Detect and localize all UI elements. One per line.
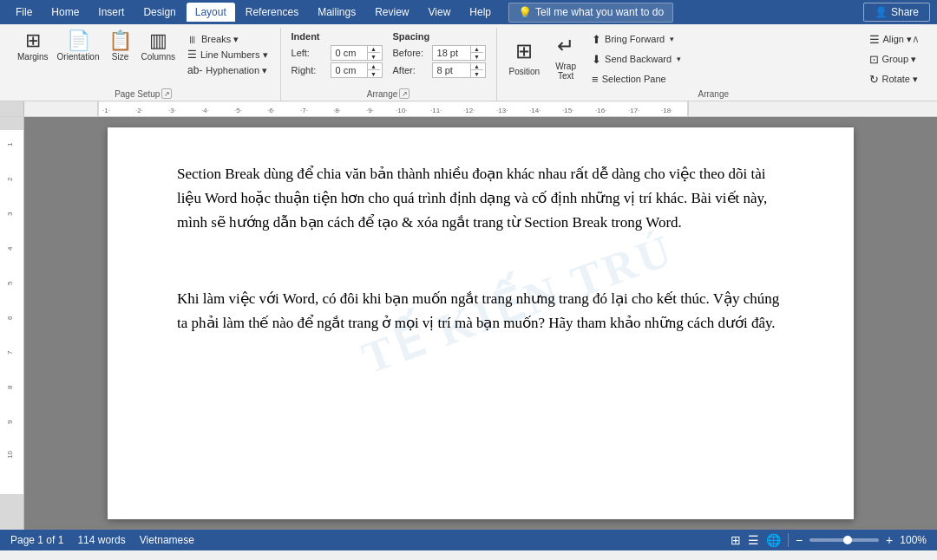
menu-review[interactable]: Review <box>366 3 417 22</box>
svg-text:·7·: ·7· <box>300 107 308 114</box>
svg-text:1: 1 <box>6 142 14 147</box>
tell-me-box[interactable]: 💡 Tell me what you want to do <box>508 3 673 23</box>
line-numbers-icon: ☰ <box>187 49 197 61</box>
arrange-label: Arrange <box>698 89 729 99</box>
spacing-after-input[interactable]: 8 pt ▲ ▼ <box>432 62 486 78</box>
ribbon-collapse-button[interactable]: ∧ <box>912 33 920 45</box>
lightbulb-icon: 💡 <box>518 6 532 19</box>
indent-left-down[interactable]: ▼ <box>368 53 380 61</box>
menu-references[interactable]: References <box>237 3 307 22</box>
svg-text:·3·: ·3· <box>168 107 176 114</box>
menu-mailings[interactable]: Mailings <box>309 3 364 22</box>
menu-layout[interactable]: Layout <box>187 3 235 22</box>
page-number: Page 1 of 1 <box>10 534 63 546</box>
spacing-after-label: After: <box>393 65 429 75</box>
line-numbers-button[interactable]: ☰ Line Numbers ▾ <box>182 47 273 62</box>
indent-left-input[interactable]: 0 cm ▲ ▼ <box>331 45 383 61</box>
bring-forward-button[interactable]: ⬆ Bring Forward ▾ <box>586 29 860 49</box>
hyphenation-icon: ab- <box>187 64 202 76</box>
indent-left-up[interactable]: ▲ <box>368 45 380 53</box>
ruler: ·1· ·2· ·3· ·4· ·5· ·6· ·7· ·8· ·9· ·10·… <box>0 101 937 117</box>
share-button[interactable]: 👤 Share <box>863 3 930 22</box>
word-count: 114 words <box>77 534 125 546</box>
spacing-label: Spacing <box>393 31 486 42</box>
svg-text:10: 10 <box>6 451 14 459</box>
ribbon-group-paragraph: Indent Left: 0 cm ▲ ▼ Right: <box>281 28 497 101</box>
spacing-after-up[interactable]: ▲ <box>471 62 483 70</box>
send-backward-button[interactable]: ⬇ Send Backward ▾ <box>586 49 860 68</box>
spacing-before-down[interactable]: ▼ <box>471 53 483 61</box>
orientation-button[interactable]: 📄 Orientation <box>54 29 103 63</box>
menu-bar: File Home Insert Design Layout Reference… <box>0 0 937 24</box>
menu-help[interactable]: Help <box>461 3 500 22</box>
status-right: ⊞ ☰ 🌐 − + 100% <box>731 533 927 547</box>
align-icon: ☰ <box>869 33 880 46</box>
zoom-out-icon[interactable]: − <box>796 533 803 547</box>
paragraph-gap <box>177 235 784 287</box>
indent-right-label: Right: <box>292 65 328 75</box>
zoom-slider[interactable] <box>809 538 879 542</box>
indent-right-up[interactable]: ▲ <box>368 62 380 70</box>
paragraph1-text: Section Break dùng để chia văn bản thành… <box>177 166 767 231</box>
page-setup-expand[interactable]: ↗ <box>161 88 172 99</box>
menu-file[interactable]: File <box>7 3 41 22</box>
spacing-before-input[interactable]: 18 pt ▲ ▼ <box>432 45 486 61</box>
position-icon: ⊞ <box>515 39 533 63</box>
svg-text:3: 3 <box>6 212 14 216</box>
zoom-in-icon[interactable]: + <box>886 533 893 547</box>
rotate-button[interactable]: ↻ Rotate ▾ <box>864 69 923 88</box>
menu-view[interactable]: View <box>420 3 460 22</box>
group-button[interactable]: ⊡ Group ▾ <box>864 49 923 68</box>
read-mode-icon[interactable]: ☰ <box>748 533 759 547</box>
svg-text:·10·: ·10· <box>396 107 407 114</box>
spacing-before-label: Before: <box>393 48 429 58</box>
zoom-thumb <box>843 536 852 544</box>
language: Vietnamese <box>140 534 194 546</box>
size-button[interactable]: 📋 Size <box>105 29 136 63</box>
paragraph-label: Arrange <box>367 89 398 99</box>
svg-text:·5·: ·5· <box>234 107 242 114</box>
document-page: TẾ KIẾN TRÚ Section Break dùng để chia v… <box>108 127 854 519</box>
selection-pane-label: Selection Pane <box>602 74 666 84</box>
wrap-text-button[interactable]: ↵ WrapText <box>548 29 583 85</box>
breaks-icon: ⫼ <box>187 33 198 45</box>
indent-right-input[interactable]: 0 cm ▲ ▼ <box>331 62 383 78</box>
svg-text:8: 8 <box>6 385 14 389</box>
indent-right-down[interactable]: ▼ <box>368 70 380 78</box>
svg-text:2: 2 <box>6 177 14 181</box>
wrap-text-icon: ↵ <box>557 34 574 58</box>
spacing-after-down[interactable]: ▼ <box>471 70 483 78</box>
selection-pane-button[interactable]: ≡ Selection Pane <box>586 69 860 88</box>
breaks-button[interactable]: ⫼ Breaks ▾ <box>182 31 273 47</box>
print-layout-icon[interactable]: ⊞ <box>731 533 741 547</box>
vertical-ruler: 1 2 3 4 5 6 7 8 9 10 <box>0 117 24 530</box>
bring-forward-label: Bring Forward <box>605 34 665 44</box>
menu-design[interactable]: Design <box>134 3 184 22</box>
status-divider <box>788 533 789 547</box>
svg-text:4: 4 <box>6 246 14 251</box>
menu-home[interactable]: Home <box>43 3 88 22</box>
svg-text:6: 6 <box>6 316 14 320</box>
person-icon: 👤 <box>875 6 888 18</box>
menu-insert[interactable]: Insert <box>89 3 133 22</box>
paragraph-expand[interactable]: ↗ <box>399 88 410 99</box>
columns-button[interactable]: ▥ Columns <box>138 29 179 63</box>
svg-text:·4·: ·4· <box>201 107 209 114</box>
document-area: 1 2 3 4 5 6 7 8 9 10 TẾ KIẾN TRÚ Section… <box>0 117 937 530</box>
orientation-icon: 📄 <box>67 31 90 50</box>
svg-text:·12·: ·12· <box>463 107 475 114</box>
rotate-icon: ↻ <box>869 73 879 86</box>
svg-text:·16·: ·16· <box>595 107 606 114</box>
position-button[interactable]: ⊞ Position <box>504 29 546 85</box>
svg-text:5: 5 <box>6 281 14 285</box>
columns-icon: ▥ <box>149 31 167 50</box>
svg-rect-23 <box>0 130 24 494</box>
svg-text:9: 9 <box>6 420 14 424</box>
spacing-before-up[interactable]: ▲ <box>471 45 483 53</box>
page-paragraph-2: Khi làm việc với Word, có đôi khi bạn mu… <box>177 287 784 335</box>
svg-text:·8·: ·8· <box>333 107 341 114</box>
margins-button[interactable]: ⊞ Margins <box>14 29 52 63</box>
web-layout-icon[interactable]: 🌐 <box>766 533 781 547</box>
paragraph2-text: Khi làm việc với Word, có đôi khi bạn mu… <box>177 290 779 331</box>
hyphenation-button[interactable]: ab- Hyphenation ▾ <box>182 62 273 78</box>
